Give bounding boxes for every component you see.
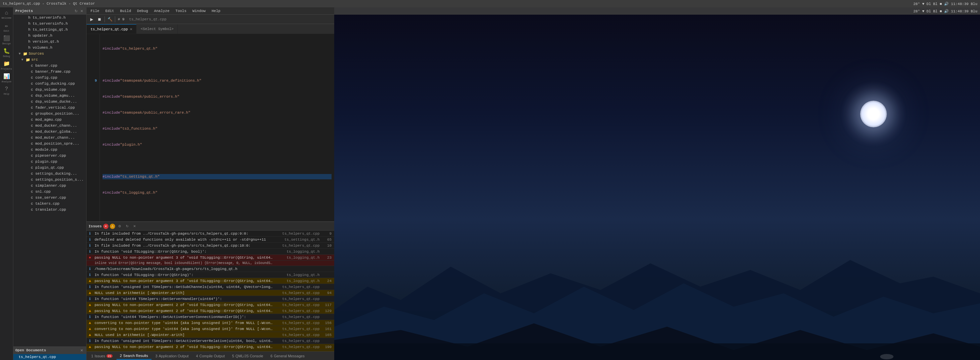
tree-item-sse-server[interactable]: c sse_server.cpp	[13, 195, 86, 201]
warning-icon: ▲	[87, 345, 93, 349]
tree-item-settings-ducking[interactable]: c settings_ducking...	[13, 171, 86, 177]
menu-item-help[interactable]: Help	[209, 8, 223, 14]
tree-item-dsp-volume-agmu[interactable]: c dsp_volume_agmu...	[13, 93, 86, 99]
issues-settings-btn[interactable]: ⚙	[116, 224, 123, 229]
tree-item-config[interactable]: c config.cpp	[13, 75, 86, 81]
menu-item-tools[interactable]: Tools	[173, 8, 189, 14]
issue-row[interactable]: ▲ NULL used in arithmetic [-Wpointer-ari…	[87, 332, 334, 338]
tree-item-config-ducking[interactable]: c config_ducking.cpp	[13, 81, 86, 87]
issue-row[interactable]: ℹ defaulted and deleted functions only a…	[87, 237, 334, 243]
tree-item-plugin[interactable]: c plugin.cpp	[13, 158, 86, 165]
tab-general-label: General Messages	[274, 354, 305, 358]
tree-item-mod-position[interactable]: c mod_position_spre...	[13, 141, 86, 147]
issue-row[interactable]: ▲ passing NULL to non-pointer argument 2…	[87, 344, 334, 350]
open-docs-title: Open Documents	[15, 348, 46, 352]
menu-item-window[interactable]: Window	[190, 8, 208, 14]
issue-row[interactable]: ▲ converting to non-pointer type 'uint64…	[87, 320, 334, 326]
tab-general-messages[interactable]: 6 General Messages	[267, 352, 308, 360]
sidebar-icon-design[interactable]: ⬛ Design	[1, 34, 13, 46]
tree-item-mod-agmu[interactable]: c mod_agmu.cpp	[13, 117, 86, 123]
issue-row[interactable]: ▲ NULL used in arithmetic [-Wpointer-ari…	[87, 290, 334, 296]
tree-item-mod-ducker-chan[interactable]: c mod_ducker_chann...	[13, 123, 86, 129]
issue-row[interactable]: ▲ passing NULL to non-pointer argument 3…	[87, 278, 334, 284]
tree-item-plugin-qt[interactable]: c plugin_qt.cpp	[13, 165, 86, 171]
tab-close-btn[interactable]: ✕	[130, 27, 132, 32]
tree-item-snl[interactable]: c snl.cpp	[13, 189, 86, 195]
tree-item-volumes[interactable]: h volumes.h	[13, 45, 86, 51]
tab-select-symbol[interactable]: <Select Symbol>	[137, 24, 178, 34]
panel-close-btn[interactable]: ✕	[79, 9, 84, 14]
open-doc-ts-helpers[interactable]: ts_helpers_qt.cpp	[13, 354, 86, 360]
sidebar-icon-welcome[interactable]: ⌂ Welcome	[1, 9, 13, 21]
sidebar-icon-analyze[interactable]: 📊 Analyze	[1, 72, 13, 84]
tree-item-translator[interactable]: c translator.cpp	[13, 206, 86, 213]
stop-button[interactable]: ⏹	[96, 16, 103, 23]
menu-item-debug[interactable]: Debug	[135, 8, 151, 14]
tree-item-simplanner[interactable]: c simplanner.cpp	[13, 183, 86, 189]
tree-item-talkers[interactable]: c talkers.cpp	[13, 201, 86, 206]
sidebar-icon-debug[interactable]: 🐛 Debug	[1, 46, 13, 59]
header-file-icon: h	[27, 46, 32, 50]
tree-item-dsp-volume[interactable]: c dsp_volume.cpp	[13, 87, 86, 93]
file-tree: h ts_serverinfo.h h ts_serversinfo.h h t…	[13, 14, 86, 346]
menu-item-analyze[interactable]: Analyze	[151, 8, 172, 14]
warning-icon: ▲	[87, 309, 93, 313]
open-docs-close-btn[interactable]: ✕	[79, 348, 84, 353]
issue-row[interactable]: ● passing NULL to non-pointer argument 3…	[87, 254, 334, 261]
sidebar-icon-edit[interactable]: ✏ Edit	[1, 21, 13, 34]
issue-row[interactable]: ▲ converting to non-pointer type 'uint64…	[87, 326, 334, 332]
issue-row[interactable]: ℹ In function 'unsigned int TSHelpers::G…	[87, 338, 334, 344]
issue-row[interactable]: ℹ In file included from ../CrossTalk-gh-…	[87, 231, 334, 237]
issue-row[interactable]: ▲ passing NULL to non-pointer argument 2…	[87, 308, 334, 314]
sidebar-icon-projects[interactable]: 📁 Projects	[1, 59, 13, 71]
tree-item-mod-ducker-globa[interactable]: c mod_ducker_globa...	[13, 129, 86, 135]
error-filter-btn[interactable]: ✕	[103, 224, 108, 229]
issue-row[interactable]: ℹ /home/bluescream/Downloads/CrossTalk-g…	[87, 266, 334, 272]
run-button[interactable]: ▶	[88, 16, 95, 23]
tab-search-results[interactable]: 2 Search Results	[116, 352, 151, 360]
tree-item-settings-position[interactable]: c settings_position_s...	[13, 177, 86, 183]
issue-row[interactable]: ℹ In function 'uint64 TSHelpers::GetServ…	[87, 296, 334, 302]
tree-item-mod-muter[interactable]: c mod_muter_chann...	[13, 135, 86, 141]
menu-item-edit[interactable]: Edit	[103, 8, 116, 14]
warning-filter-btn[interactable]: ⚠	[110, 224, 115, 229]
issue-row[interactable]: ℹ In file included from ../CrossTalk-gh-…	[87, 243, 334, 249]
help-icon: ?	[5, 86, 8, 92]
tree-item-sources[interactable]: ▼ 📁 Sources	[13, 51, 86, 57]
tab-qml-console[interactable]: 5 QML/JS Console	[229, 352, 266, 360]
code-content[interactable]: #include "ts_helpers_qt.h" #include "tea…	[100, 34, 334, 221]
tree-item-src[interactable]: ▼ 📁 src	[13, 57, 86, 62]
menu-item-file[interactable]: File	[88, 8, 102, 14]
cpp-file-icon: c	[29, 100, 35, 104]
issue-row[interactable]: ℹ In function 'void TSLogging::Error(QSt…	[87, 249, 334, 254]
tree-item-updater[interactable]: h updater.h	[13, 33, 86, 39]
tree-item-banner[interactable]: c banner.cpp	[13, 62, 86, 69]
tree-item-banner-frame[interactable]: c banner_frame.cpp	[13, 69, 86, 75]
tree-item-ts-settings[interactable]: h ts_settings_qt.h	[13, 27, 86, 33]
issues-close-btn[interactable]: ✕	[132, 224, 137, 229]
issue-row[interactable]: ℹ In function 'uint64 TSHelpers::GetActi…	[87, 314, 334, 320]
menu-item-build[interactable]: Build	[118, 8, 134, 14]
tree-item-fader-vertical[interactable]: c fader_vertical.cpp	[13, 105, 86, 110]
tree-item-ts-serversinfo[interactable]: h ts_serversinfo.h	[13, 21, 86, 27]
tree-item-module[interactable]: c module.cpp	[13, 147, 86, 153]
warning-icon: ▲	[87, 333, 93, 338]
tree-item-pipeserver[interactable]: c pipeserver.cpp	[13, 153, 86, 158]
build-button[interactable]: 🔨	[106, 16, 113, 23]
tab-issues[interactable]: 1 Issues 21	[88, 352, 116, 360]
tab-application-output[interactable]: 3 Application Output	[152, 352, 192, 360]
tree-item-groupbox-ducking[interactable]: c groupbox_position...	[13, 110, 86, 117]
issues-refresh-btn[interactable]: ↻	[124, 224, 130, 229]
panel-sync-btn[interactable]: ↻	[73, 9, 78, 14]
tab-compile-output[interactable]: 4 Compile Output	[193, 352, 228, 360]
tree-item-version[interactable]: h version_qt.h	[13, 39, 86, 45]
issue-row[interactable]: ▲ passing NULL to non-pointer argument 2…	[87, 302, 334, 308]
issue-row[interactable]: ℹ In function 'void TSLogging::Error(QSt…	[87, 272, 334, 278]
sidebar-icon-help[interactable]: ? Help	[1, 85, 13, 97]
tree-item-ts-serverinfo[interactable]: h ts_serverinfo.h	[13, 14, 86, 21]
tab-ts-helpers-cpp[interactable]: ts_helpers_qt.cpp ✕	[87, 24, 137, 34]
tree-item-dsp-volume-ducke[interactable]: c dsp_volume_ducke...	[13, 99, 86, 105]
moon	[860, 101, 887, 127]
issue-row[interactable]: ℹ In function 'unsigned int TSHelpers::G…	[87, 284, 334, 290]
tab-app-num: 3	[156, 354, 158, 358]
